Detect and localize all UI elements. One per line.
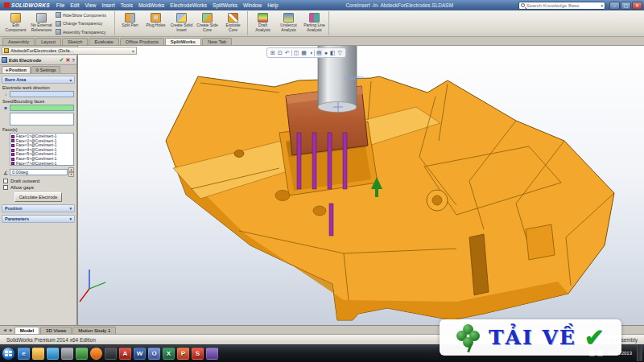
acrobat-icon[interactable]: A [119,348,131,360]
tab-layout[interactable]: Layout [35,38,61,45]
assembly-transparency-button[interactable]: Assembly Transparency [55,29,113,35]
parting-line-analysis-button[interactable]: Parting Line Analysis [302,11,327,35]
menu-window[interactable]: Window [241,2,264,9]
tab-scroll-right-icon[interactable]: ▶ [8,327,14,332]
graphics-area[interactable]: Coordin... ⊞ ⊡ ↶ ◫ ▦ ◑ ▤ ● ◧ ▽ [77,46,644,325]
menu-insert[interactable]: Insert [99,2,117,9]
assembly-transparency-icon [56,29,61,35]
allow-gaps-row[interactable]: Allow gaps [3,185,73,190]
tab-motion-study[interactable]: Motion Study 1 [72,327,116,334]
menu-tools[interactable]: Tools [118,2,135,9]
draft-angle-field[interactable]: 0.00deg [10,169,68,175]
powerpoint-icon[interactable]: P [177,348,189,360]
3d-model-canvas[interactable]: Coordin... [78,46,644,325]
tab-splitworks[interactable]: SplitWorks [165,38,201,45]
document-title: CoreInsert -in- AbdeckForElectrodes.SLDA… [283,2,517,8]
search-dropdown-icon[interactable]: ▾ [601,3,603,8]
hide-show-items-icon[interactable]: ▤ [316,50,323,56]
work-direction-field[interactable] [10,91,74,97]
angle-spinner[interactable]: ▲ ▼ [68,167,74,177]
firefox-icon[interactable] [90,348,102,360]
tab-settings[interactable]: ⚙ Settings [31,66,60,73]
split-part-button[interactable]: Split Part [118,11,142,35]
draft-outward-checkbox[interactable] [3,179,8,183]
create-side-core-button[interactable]: Create Side Core [195,11,220,35]
menu-splitworks[interactable]: SplitWorks [210,2,240,9]
menu-electrodeworks[interactable]: ElectrodeWorks [167,2,209,9]
group-burn-area[interactable]: Burn Area ▴ [2,76,75,84]
draft-analysis-button[interactable]: Draft Analysis [250,11,275,35]
excel-icon[interactable]: X [163,348,175,360]
show-desktop-button[interactable] [637,345,642,361]
menu-help[interactable]: Help [265,2,280,9]
draft-outward-row[interactable]: Draft outward [3,179,73,183]
calculate-electrode-button[interactable]: Calculate Electrode [14,192,63,202]
minimize-button[interactable]: – [609,2,620,10]
purple-app-icon[interactable] [206,348,218,360]
menu-moldworks[interactable]: MoldWorks [136,2,167,9]
explode-core-button[interactable]: Explode Core [221,11,246,35]
search-box[interactable]: ▾ [518,2,605,10]
spin-down-icon[interactable]: ▼ [68,172,74,177]
no-external-references-icon [36,13,47,23]
face-swatch-icon [11,135,14,138]
hide-show-components-button[interactable]: Hide/Show Components [55,12,113,18]
zoom-to-area-icon[interactable]: ⊡ [277,50,283,56]
command-prompt-icon[interactable] [105,348,117,360]
seed-faces-field[interactable] [10,105,74,111]
word-icon[interactable]: W [134,348,146,360]
feature-tree-header[interactable]: AbdeckForElectrodes (Defa... ▸ [2,47,137,55]
previous-view-icon[interactable]: ↶ [284,50,291,56]
plug-holes-button[interactable]: Plug Holes [143,11,168,35]
outlook-icon[interactable]: O [148,348,160,360]
change-transparency-button[interactable]: Change Transparency [55,21,113,27]
apply-scene-icon[interactable]: ◧ [329,50,336,56]
help-icon[interactable]: ? [72,58,75,63]
menu-file[interactable]: File [54,2,67,9]
feature-tree-root[interactable]: AbdeckForElectrodes (Defa... [10,48,130,53]
edit-appearance-icon[interactable]: ● [324,50,328,56]
tab-office-products[interactable]: Office Products [120,38,164,45]
ok-icon[interactable]: ✓ [60,57,64,64]
tab-assembly[interactable]: Assembly [2,38,35,45]
plug-holes-icon [151,13,161,23]
windows-explorer-icon[interactable] [32,348,44,360]
tab-model[interactable]: Model [14,327,39,334]
tab-evaluate[interactable]: Evaluate [89,38,118,45]
menu-view[interactable]: View [82,2,98,9]
display-style-icon[interactable]: ◑ [308,50,313,56]
maximize-button[interactable]: ▢ [621,2,631,10]
tab-3d-views[interactable]: 3D Views [40,327,72,334]
mold-core-model[interactable] [166,76,614,320]
internet-explorer-icon[interactable]: e [18,348,30,360]
group-parameters[interactable]: Parameters ▾ [2,215,75,223]
edit-component-button[interactable]: Edit Component [3,11,28,35]
media-player-icon[interactable] [47,348,59,360]
section-view-icon[interactable]: ◫ [293,50,300,56]
face-list-item[interactable]: Face<7>@CoreInsert-1 [11,162,72,166]
control-panel-icon[interactable] [61,348,73,360]
solidworks-icon[interactable]: S [192,348,204,360]
chevron-up-icon: ▴ [69,77,72,82]
flyout-arrow-icon[interactable]: ▸ [132,48,134,53]
create-solid-insert-button[interactable]: Create Solid Insert [169,11,194,35]
allow-gaps-checkbox[interactable] [3,185,8,190]
close-button[interactable]: ✕ [632,2,642,10]
view-settings-icon[interactable]: ▽ [337,50,343,56]
tab-scroll-left-icon[interactable]: ◀ [2,327,8,332]
faces-list[interactable]: Face<1>@CoreInsert-1 Face<2>@CoreInsert-… [10,133,74,166]
tab-new-tab[interactable]: New Tab [202,38,232,45]
search-input[interactable] [526,3,599,8]
menu-edit[interactable]: Edit [68,2,81,9]
group-position[interactable]: Position ▾ [2,204,75,212]
tab-sketch[interactable]: Sketch [62,38,88,45]
undercut-analysis-button[interactable]: Undercut Analysis [276,11,301,35]
zoom-to-fit-icon[interactable]: ⊞ [270,50,276,56]
seed-faces-list[interactable] [10,113,74,125]
green-app-icon[interactable] [76,348,88,360]
start-button[interactable] [2,347,15,360]
tab-position[interactable]: ⌖ Position [2,66,31,73]
no-external-references-button[interactable]: No External References [29,11,54,35]
cancel-icon[interactable]: ✕ [65,57,70,64]
view-orientation-icon[interactable]: ▦ [300,50,308,56]
